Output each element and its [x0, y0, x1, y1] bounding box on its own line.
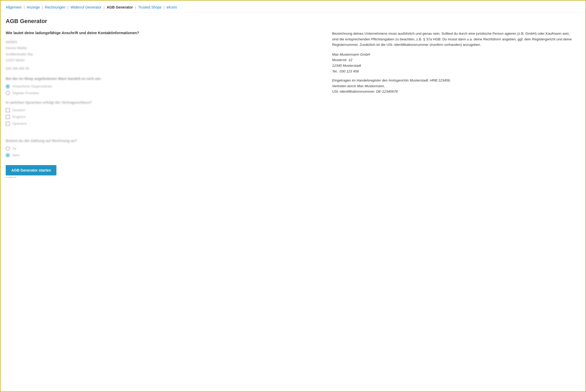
info-paragraph: Bezeichnung deines Unternehmens muss aus… — [332, 31, 573, 48]
section-sprachen: In welchen Sprachen erfolgt der Vertrags… — [6, 100, 322, 126]
example-line3: 12345 Musterstadt — [332, 63, 573, 69]
example-line2: Musterstr. 12 — [332, 57, 573, 63]
page-title: AGB Generator — [6, 18, 580, 25]
nav-sep-2: | — [42, 5, 43, 9]
nav-sep-3: | — [68, 5, 69, 9]
company-name: IWEBIX — [6, 39, 322, 45]
radio-koerperlich[interactable]: Körperliche Gegenstände — [6, 84, 322, 88]
sprachen-checkbox-group: Deutsch Englisch Spanisch — [6, 108, 322, 126]
register-block: Eingetragen im Handelsregister des Amtsg… — [332, 78, 573, 94]
radio-koerperlich-indicator — [6, 84, 10, 88]
nav-sep-5: | — [135, 5, 136, 9]
address-block: IWEBIX Dennis Weiße Schillerstraße 35a 1… — [6, 39, 322, 71]
radio-nein-indicator — [6, 153, 10, 157]
nav-ekomi[interactable]: eKomi — [167, 5, 177, 9]
zahlung-radio-group: Ja Nein — [6, 146, 322, 157]
radio-nein-label: Nein — [12, 153, 20, 157]
watermark: erstellt mit — [6, 176, 322, 179]
example-line4: Tel.: 030 123 456 — [332, 69, 573, 74]
checkbox-englisch-indicator — [6, 115, 10, 119]
ware-question: Bei der im Shop angebotenen Ware handelt… — [6, 77, 322, 81]
register-line3: USt.-Identifikationsnummer: DE-12345678 — [332, 89, 573, 94]
right-panel: Bezeichnung deines Unternehmens muss aus… — [332, 31, 573, 94]
radio-digital-label: Digitale Produkte — [12, 91, 39, 95]
left-panel: Wie lautet deine ladungsfähige Anschrift… — [6, 31, 322, 179]
radio-ja[interactable]: Ja — [6, 146, 322, 151]
city: 12207 Berlin — [6, 57, 322, 63]
nav-anzeige[interactable]: Anzeige — [27, 5, 40, 9]
checkbox-deutsch-indicator — [6, 108, 10, 112]
checkbox-englisch-label: Englisch — [12, 115, 26, 119]
checkbox-spanisch-indicator — [6, 122, 10, 126]
ware-radio-group: Körperliche Gegenstände Digitale Produkt… — [6, 84, 322, 95]
checkbox-spanisch-label: Spanisch — [12, 122, 27, 125]
checkbox-spanisch[interactable]: Spanisch — [6, 122, 322, 126]
radio-koerperlich-label: Körperliche Gegenstände — [12, 84, 52, 88]
nav-trusted-shops[interactable]: Trusted Shops — [138, 5, 162, 9]
phone: 030 346 456 30 — [6, 65, 322, 71]
nav-rechnungen[interactable]: Rechnungen — [45, 5, 65, 9]
address-question: Wie lautet deine ladungsfähige Anschrift… — [6, 31, 322, 35]
sprachen-question: In welchen Sprachen erfolgt der Vertrags… — [6, 100, 322, 105]
zahlung-question: Bietest du die Zahlung auf Rechnung an? — [6, 139, 322, 143]
contact-name: Dennis Weiße — [6, 45, 322, 51]
nav-sep-1: | — [24, 5, 25, 9]
section-ware: Bei der im Shop angebotenen Ware handelt… — [6, 77, 322, 95]
checkbox-deutsch-label: Deutsch — [12, 108, 25, 112]
example-line1: Max Mustermann GmbH — [332, 52, 573, 57]
radio-nein[interactable]: Nein — [6, 153, 322, 157]
nav-sep-4: | — [104, 5, 105, 9]
section-zahlung: Bietest du die Zahlung auf Rechnung an? … — [6, 139, 322, 157]
nav-sep-6: | — [164, 5, 165, 9]
radio-ja-label: Ja — [12, 146, 16, 150]
radio-ja-indicator — [6, 146, 10, 151]
checkbox-deutsch[interactable]: Deutsch — [6, 108, 322, 112]
street: Schillerstraße 35a — [6, 51, 322, 57]
register-line1: Eingetragen im Handelsregister des Amtsg… — [332, 78, 573, 83]
nav-allgemein[interactable]: Allgemein — [6, 5, 21, 9]
radio-digital[interactable]: Digitale Produkte — [6, 91, 322, 95]
radio-digital-indicator — [6, 91, 10, 95]
section-address: Wie lautet deine ladungsfähige Anschrift… — [6, 31, 322, 71]
top-navigation: Allgemein | Anzeige | Rechnungen | Wider… — [1, 1, 585, 13]
nav-widerruf[interactable]: Widerruf Generator — [70, 5, 101, 9]
nav-agb-generator[interactable]: AGB Generator — [107, 5, 133, 9]
register-line2: Vertreten durch Max Mustermann. — [332, 83, 573, 89]
example-block: Max Mustermann GmbH Musterstr. 12 12345 … — [332, 52, 573, 74]
checkbox-englisch[interactable]: Englisch — [6, 115, 322, 119]
start-button[interactable]: AGB Generator starten — [6, 165, 56, 175]
